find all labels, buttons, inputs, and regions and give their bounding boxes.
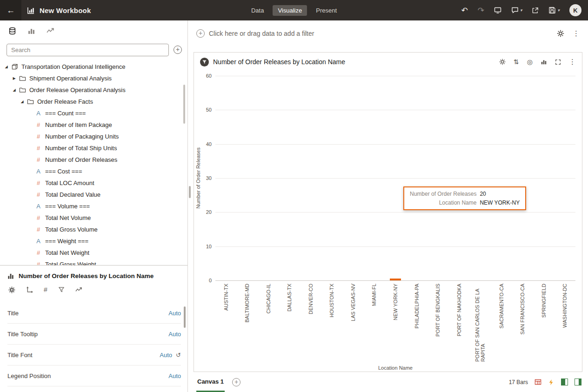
y-tick-label: 60 xyxy=(197,73,212,79)
content-scrollbar[interactable] xyxy=(189,186,191,198)
property-row-title-tooltip[interactable]: Title TooltipAuto xyxy=(7,324,181,345)
collapse-icon[interactable]: ◢ xyxy=(3,65,10,69)
tree-item-order-release-facts[interactable]: ◢Order Release Facts xyxy=(0,96,187,107)
x-tick-label: WASHINGTON-DC xyxy=(562,284,568,328)
measure-icon: # xyxy=(33,226,43,233)
present-preview-icon[interactable] xyxy=(494,7,501,14)
viz-color-target-icon[interactable]: ◎ xyxy=(527,58,533,66)
attribute-icon: A xyxy=(33,203,43,210)
tree-item-label: === Count === xyxy=(45,110,86,117)
x-label-slot: MIAMI-FL xyxy=(364,280,385,363)
viz-menu-icon[interactable]: ⋮ xyxy=(569,58,576,66)
back-button[interactable]: ← xyxy=(0,0,21,20)
panel-toggle-right-icon[interactable] xyxy=(575,379,581,385)
tree-item-total-declared-value[interactable]: #Total Declared Value xyxy=(0,189,187,200)
tree-item-total-gross-weight[interactable]: #Total Gross Weight xyxy=(0,259,187,265)
topbar-tab-visualize[interactable]: Visualize xyxy=(273,5,307,16)
tree-item-label: Total Net Volume xyxy=(45,214,91,221)
tree-item-label: Total Declared Value xyxy=(45,191,100,198)
tree-item-total-net-volume[interactable]: #Total Net Volume xyxy=(0,212,187,224)
measure-icon: # xyxy=(33,249,43,256)
tree-item-volume[interactable]: A=== Volume === xyxy=(0,200,187,212)
tree-item-number-of-packaging-units[interactable]: #Number of Packaging Units xyxy=(0,131,187,142)
topbar-tab-present[interactable]: Present xyxy=(311,5,342,16)
filter-settings-gear-icon[interactable] xyxy=(557,30,564,37)
add-dataset-icon[interactable]: + xyxy=(174,46,182,54)
canvas-tab[interactable]: Canvas 1 xyxy=(196,372,225,392)
data-table-icon[interactable] xyxy=(535,379,541,385)
tree-item-cost[interactable]: A=== Cost === xyxy=(0,166,187,177)
x-tick-label: PORT OF NAKHODKA xyxy=(456,284,462,336)
viz-maximize-icon[interactable] xyxy=(555,59,561,65)
tab-analytics[interactable] xyxy=(47,27,54,35)
properties-general-gear-icon[interactable] xyxy=(8,286,15,293)
collapse-icon[interactable]: ◢ xyxy=(19,100,26,104)
subject-area-icon xyxy=(10,63,20,70)
properties-axis-icon[interactable] xyxy=(26,286,33,293)
save-icon[interactable]: ▾ xyxy=(548,7,560,14)
tab-visualizations[interactable] xyxy=(27,27,35,35)
tree-item-total-loc-amount[interactable]: #Total LOC Amount xyxy=(0,177,187,189)
property-value[interactable]: Auto xyxy=(168,310,181,317)
x-tick-label: SACRAMENTO-CA xyxy=(499,284,504,328)
measure-icon: # xyxy=(33,179,43,186)
refresh-bolt-icon[interactable] xyxy=(548,379,555,385)
tree-item-number-of-item-package[interactable]: #Number of Item Package xyxy=(0,119,187,131)
x-label-slot: SPRINGFIELD xyxy=(533,280,555,363)
x-label-slot: AUSTIN-TX xyxy=(215,280,237,363)
export-icon[interactable] xyxy=(532,7,539,14)
tree-item-number-of-total-ship-units[interactable]: #Number of Total Ship Units xyxy=(0,142,187,154)
properties-analytics-icon[interactable] xyxy=(75,286,82,293)
tree-item-weight[interactable]: A=== Weight === xyxy=(0,235,187,247)
comments-icon[interactable]: ▾ xyxy=(511,7,522,14)
tree-item-count[interactable]: A=== Count === xyxy=(0,107,187,119)
avatar[interactable]: K xyxy=(569,4,581,16)
collapse-icon[interactable]: ◢ xyxy=(11,88,18,92)
undo-icon[interactable]: ↶ xyxy=(461,6,468,15)
add-filter-icon[interactable]: + xyxy=(196,29,205,38)
panel-toggle-left-icon[interactable] xyxy=(561,379,568,385)
redo-icon[interactable]: ↷ xyxy=(478,6,484,15)
property-value[interactable]: Auto xyxy=(168,372,181,379)
property-value[interactable]: Auto↺ xyxy=(160,352,181,359)
gridline-40 xyxy=(215,144,575,145)
tree-item-number-of-order-releases[interactable]: #Number of Order Releases xyxy=(0,154,187,166)
filter-prompt[interactable]: Click here or drag data to add a filter xyxy=(209,30,314,37)
properties-tabs: # xyxy=(0,281,187,296)
property-value[interactable]: Auto xyxy=(168,331,181,338)
tab-data-elements[interactable] xyxy=(8,27,16,35)
filter-bar-actions: ⋮ xyxy=(557,29,580,38)
filter-bar[interactable]: + Click here or drag data to add a filte… xyxy=(188,20,588,47)
property-label: Title xyxy=(7,310,19,317)
x-tick-label: PORT OF SAN CARLOS DE LA RAPITA xyxy=(474,284,486,362)
property-value-text: Auto xyxy=(168,372,181,379)
tree-item-total-gross-volume[interactable]: #Total Gross Volume xyxy=(0,224,187,235)
tree-item-shipment-operational-analysis[interactable]: ▶Shipment Operational Analysis xyxy=(0,73,187,84)
properties-filter-icon[interactable] xyxy=(58,286,65,293)
viz-sort-icon[interactable]: ⇅ xyxy=(514,58,519,66)
properties-values-icon[interactable]: # xyxy=(44,286,47,293)
viz-chart-type-icon[interactable] xyxy=(541,59,547,65)
tree-scrollbar[interactable] xyxy=(183,85,185,124)
tree-item-total-net-weight[interactable]: #Total Net Weight xyxy=(0,247,187,259)
visualization-card[interactable]: Number of Order Releases by Location Nam… xyxy=(194,52,582,372)
property-row-title[interactable]: TitleAuto xyxy=(7,303,181,324)
topbar-tab-data[interactable]: Data xyxy=(246,5,269,16)
properties-scrollbar[interactable] xyxy=(184,306,186,328)
filter-bar-menu-icon[interactable]: ⋮ xyxy=(573,29,580,38)
search-input[interactable] xyxy=(7,44,169,56)
x-label-slot: LAS VEGAS-NV xyxy=(342,280,364,363)
tree-item-order-release-operational-analysis[interactable]: ◢Order Release Operational Analysis xyxy=(0,84,187,96)
tree-item-transportation-operational-intelligence[interactable]: ◢Transportation Operational Intelligence xyxy=(0,61,187,73)
expand-icon[interactable]: ▶ xyxy=(11,76,18,80)
add-canvas-icon[interactable]: + xyxy=(232,378,241,386)
viz-filter-badge-icon[interactable] xyxy=(200,58,209,66)
refresh-icon[interactable]: ↺ xyxy=(176,352,181,359)
property-row-legend-position[interactable]: Legend PositionAuto xyxy=(7,365,181,386)
property-row-title-font[interactable]: Title FontAuto↺ xyxy=(7,345,181,365)
viz-gear-icon[interactable] xyxy=(499,59,506,65)
x-label-slot: HOUSTON-TX xyxy=(321,280,343,363)
y-tick-label: 30 xyxy=(197,175,212,181)
properties-viz-title: Number of Order Releases by Location Nam… xyxy=(19,272,154,279)
y-tick-label: 50 xyxy=(197,107,212,113)
